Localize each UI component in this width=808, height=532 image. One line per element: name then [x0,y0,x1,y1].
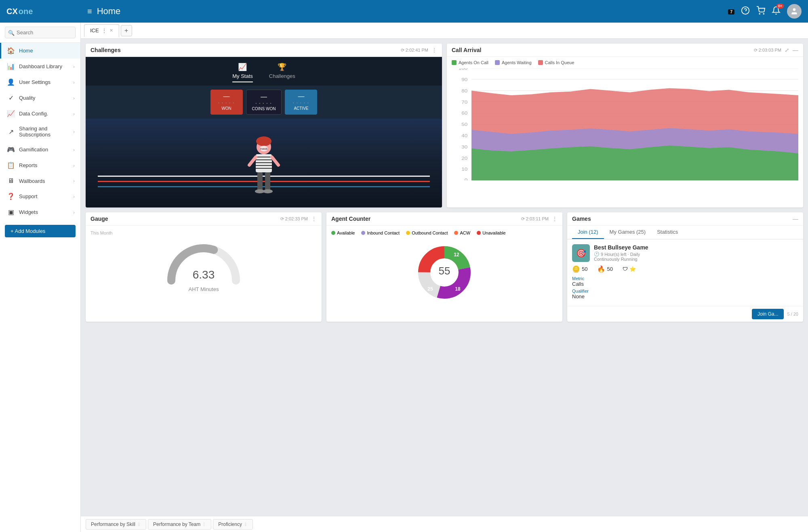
agent-counter-menu[interactable]: ⋮ [552,216,558,222]
sidebar-item-widgets[interactable]: ▣ Widgets › [0,204,80,220]
reward-val-2: 50 [607,266,612,272]
notifications-button[interactable]: 0+ [772,6,781,17]
chevron-right-icon-8: › [73,178,75,183]
tab-close-icon[interactable]: ✕ [109,28,113,33]
hamburger-menu[interactable]: ≡ [87,7,92,16]
bottom-tab-menu-3[interactable]: ⋮ [244,522,248,526]
svg-text:mask: mask [260,147,268,151]
sidebar-item-quality[interactable]: ✓ Quality › [0,90,80,106]
call-arrival-menu[interactable]: — [793,47,798,53]
sidebar-item-support[interactable]: ❓ Support › [0,189,80,204]
wallboards-icon: 🖥 [7,177,15,184]
legend-dot-green [452,60,457,65]
tab-more-icon[interactable]: ⋮ [101,27,107,34]
stats-boxes: — • • • • • WON — • • • • • COINS WON — … [86,86,442,119]
challenges-tab[interactable]: 🏆 Challenges [269,63,295,82]
gauge-header: Gauge ⟳ 2:02:33 PM ⋮ [86,212,322,226]
sidebar-item-home[interactable]: 🏠 Home [0,43,80,59]
badge-7-container: 7 [728,8,734,15]
cart-button[interactable] [756,6,765,17]
search-input[interactable] [5,27,76,38]
legend-dot-red [538,60,543,65]
reward-item-2: 🔥 50 [597,265,612,273]
sidebar-search-area: 🔍 [0,23,80,43]
legend-inbound: Inbound Contact [361,230,400,235]
games-mygames-tab[interactable]: My Games (25) [604,226,652,239]
challenges-header: Challenges ⟳ 2:02:41 PM ⋮ [86,44,442,57]
quality-icon: ✓ [7,94,15,102]
svg-text:70: 70 [461,100,467,105]
page-title: Home [97,6,121,17]
user-avatar[interactable] [787,4,802,19]
donut-container: 55 12 25 18 [331,240,558,305]
game-metric-row: Metric Calls [572,276,798,287]
game-status: Continuously Running [594,257,648,262]
bottom-tab-performance-skill[interactable]: Performance by Skill ⋮ [86,519,146,530]
sidebar-item-sharing-subscriptions[interactable]: ↗ Sharing and Subscriptions › [0,121,80,142]
reports-icon: 📋 [7,161,15,169]
games-stats-tab[interactable]: Statistics [651,226,684,239]
coins-dots: • • • • • [252,101,276,105]
chart-legend: Agents On Call Agents Waiting Calls In Q… [447,57,803,68]
logo-area: CX one [6,7,87,16]
dot-unavailable [477,231,481,235]
tab-ice[interactable]: ICE ⋮ ✕ [84,24,119,37]
qualifier-val: None [572,293,798,300]
svg-text:25: 25 [427,286,433,292]
games-footer: Join Ga... 5 / 20 [567,306,803,322]
won-dots: • • • • • [216,101,237,105]
svg-text:10: 10 [461,167,467,172]
add-tab-button[interactable]: + [121,25,132,36]
dot-inbound [361,231,365,235]
gauge-svg: 6.33 [163,240,244,285]
support-icon: ❓ [7,193,15,200]
mystats-tab[interactable]: 📈 My Stats [232,63,253,82]
active-value: — [290,93,311,100]
sidebar-item-dashboard-library[interactable]: 📊 Dashboard Library › [0,59,80,74]
area-chart-container: 100 90 80 70 60 50 40 30 20 10 0 [447,68,803,185]
gauge-title: Gauge [90,216,108,222]
sidebar-item-gamification[interactable]: 🎮 Gamification › [0,142,80,157]
challenges-timestamp: ⟳ 2:02:41 PM [401,48,428,53]
bottom-tab-menu-1[interactable]: ⋮ [137,522,141,526]
top-widgets-row: Challenges ⟳ 2:02:41 PM ⋮ 📈 My Stats [86,44,803,207]
gauge-timestamp: ⟳ 2:02:33 PM [280,216,308,222]
reward-item-1: 🪙 50 [572,265,587,273]
sidebar-item-wallboards[interactable]: 🖥 Wallboards › [0,173,80,189]
active-dots: • • • • • [290,101,311,105]
bottom-tab-performance-team[interactable]: Performance by Team ⋮ [148,519,211,530]
games-pagination: 5 / 20 [787,312,798,316]
games-join-tab[interactable]: Join (12) [572,226,604,239]
gauge-menu[interactable]: ⋮ [311,216,317,222]
sidebar-item-data-config[interactable]: 📈 Data Config. › [0,106,80,121]
won-value: — [216,93,237,100]
help-button[interactable] [741,6,750,17]
won-stat-box: — • • • • • WON [210,90,243,115]
legend-acw: ACW [454,230,470,235]
expand-icon[interactable]: ⤢ [785,47,789,53]
challenges-menu[interactable]: ⋮ [431,47,437,53]
svg-text:12: 12 [454,252,459,258]
svg-text:80: 80 [461,88,467,94]
call-arrival-title: Call Arrival [452,47,481,53]
call-arrival-chart: 100 90 80 70 60 50 40 30 20 10 0 [452,68,798,180]
bottom-widgets-row: Gauge ⟳ 2:02:33 PM ⋮ This Month 6.33 [86,212,803,322]
sidebar-item-reports[interactable]: 📋 Reports › [0,157,80,173]
games-title: Games [572,216,591,222]
main-content: ICE ⋮ ✕ + Challenges ⟳ 2:02:41 PM ⋮ [81,23,808,532]
svg-text:40: 40 [461,133,467,138]
games-header: Games — [567,212,803,226]
fire-icon: 🔥 [597,265,605,273]
games-menu[interactable]: — [793,216,798,222]
nav-icons: 7 0+ [728,4,802,19]
challenges-tab-label: Challenges [269,73,295,79]
sidebar-item-user-settings[interactable]: 👤 User Settings › [0,74,80,90]
game-rewards: 🪙 50 🔥 50 🛡 ⭐ [572,265,798,273]
agent-counter-title: Agent Counter [331,216,370,222]
join-game-button[interactable]: Join Ga... [752,309,784,319]
bottom-tab-menu-2[interactable]: ⋮ [202,522,206,526]
add-modules-button[interactable]: + Add Modules [5,225,76,237]
widgets-icon: ▣ [7,208,15,216]
gauge-widget: Gauge ⟳ 2:02:33 PM ⋮ This Month 6.33 [86,212,322,322]
bottom-tab-proficiency[interactable]: Proficiency ⋮ [213,519,253,530]
